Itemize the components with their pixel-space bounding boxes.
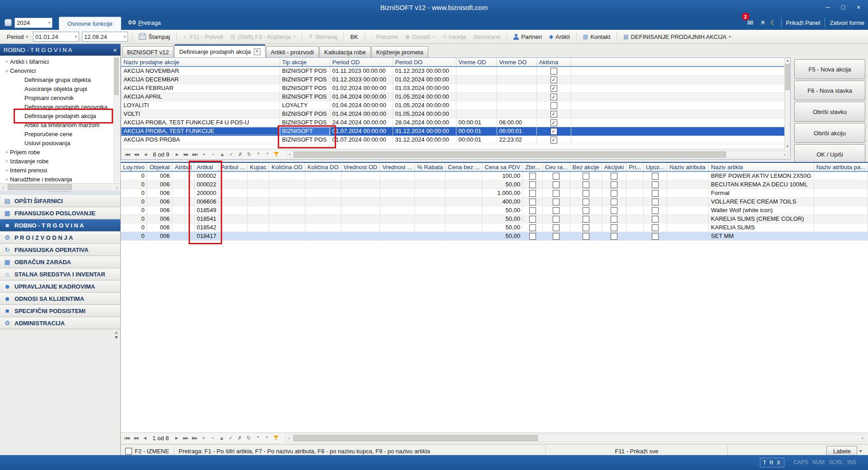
cell-artikal[interactable]: 018541 [194,214,218,223]
cell-vrednost_od[interactable] [341,206,380,214]
cell-akcijski[interactable] [602,171,626,180]
cell-kolicina_do[interactable] [305,214,341,223]
checkbox-ceo[interactable] [553,190,560,197]
toolbar-button-f11-potvrdi[interactable]: ✓F11 - Potvrdi [181,33,226,41]
toolbar-button-period[interactable]: Period▾ [5,33,30,41]
grid-horizontal-scrollbar[interactable]: ‹› [285,434,866,442]
table-row[interactable]: 000600002250,00BECUTAN KREMA ZA DECU 100… [121,180,868,189]
checkbox-akcijski[interactable] [611,224,617,231]
cell-naziv[interactable]: AKCIJA PROBA, TEST FUNKCIJE F4 U POS-U [121,118,280,127]
cell-artikal[interactable]: 006606 [194,197,218,206]
cell-kolicina_do[interactable] [305,171,341,180]
checkbox-aktivna[interactable]: ✓ [550,76,557,83]
cell-aktivna[interactable] [536,101,571,109]
button-f5-nova-akcija[interactable]: F5 - Nova akcija [794,59,865,79]
cell-cena_bez[interactable] [446,232,482,240]
table-row[interactable]: AKCIJA PROBA, TEST FUNKCIJE F4 U POS-UBI… [121,118,790,127]
table-row[interactable]: 000601854250,00KARELIA SLIMS [121,223,868,232]
cell-naziv_artikla[interactable]: Format [708,189,814,197]
scrollbar-thumb[interactable] [293,435,537,441]
cell-naziv_atributa[interactable] [667,189,709,197]
tree-item-asociranje-objekta-grupi[interactable]: Asociranje objekta grupi [0,85,120,94]
cell-atribut[interactable] [172,180,194,189]
checkbox-aktivna[interactable] [550,102,557,109]
cell-upoz[interactable] [643,223,667,232]
checkbox-zbir[interactable] [529,190,536,197]
cell-ceo[interactable] [542,171,570,180]
column-header-cena-sa-pdv[interactable]: Cena sa PDV [482,163,523,171]
checkbox-aktivna[interactable] [550,68,557,75]
checkbox-zbir[interactable] [529,207,536,214]
column-header-akcijski[interactable]: Akcijski [602,163,626,171]
cell-kolicina_od[interactable] [269,223,305,232]
table-row[interactable]: AKCIJA PROBA, TEST FUNKCIJEBIZNISOFT01.0… [121,127,790,135]
cell-artikal[interactable]: 000002 [194,171,218,180]
table-row[interactable]: 0006006606400,00VOLLARE FACE CREAM 7OILS [121,197,868,206]
cell-zbir[interactable] [523,180,543,189]
button-ok-upi-i[interactable]: OK / Upiši [794,144,865,164]
cell-vrednost_od[interactable] [341,223,380,232]
cell-objekat[interactable]: 006 [147,189,172,197]
cell-kolicina_od[interactable] [269,197,305,206]
column-header-period-od[interactable]: Period OD [330,58,393,66]
cell-vreme_od[interactable] [456,109,497,118]
cell-do[interactable]: 01.02.2024 00:00:00 [393,75,456,84]
cell-objekat[interactable]: 006 [147,197,172,206]
cell-vreme_od[interactable] [456,75,497,84]
cell-bez_akcije[interactable] [570,197,602,206]
cell-od[interactable]: 01.04.2024 00:00:00 [330,92,393,101]
cell-cena_bez[interactable] [446,171,482,180]
module-administracija[interactable]: ⚙ADMINISTRACIJA [0,317,120,329]
tree-item-prijem-robe[interactable]: >Prijem robe [0,148,120,157]
cell-loy[interactable]: 0 [121,197,147,206]
tree-item-propisani-cenovnik[interactable]: Propisani cenovnik [0,94,120,103]
checkbox-upoz[interactable] [652,190,659,197]
column-header-ceo-ra[interactable]: Ceo ra... [542,163,570,171]
checkbox-aktivna[interactable]: ✓ [550,119,557,126]
cell-do[interactable]: 31.12.2024 00:00:00 [393,135,456,144]
tree-collapsed-icon[interactable]: > [4,166,10,175]
cell-ceo[interactable] [542,206,570,214]
nav-bookmark-icon[interactable]: * [254,151,262,158]
cell-naziv[interactable]: AKCIJA APRIL [121,92,280,101]
column-header-vreme-od[interactable]: Vreme OD [456,58,497,66]
cell-vrednost_od[interactable] [341,232,380,240]
table-row[interactable]: AKCIJA DECEMBARBIZNISOFT POS01.12.2023 0… [121,75,790,84]
cell-ceo[interactable] [542,232,570,240]
cell-kolicina_do[interactable] [305,189,341,197]
scroll-up-icon[interactable]: ▲ [785,58,790,63]
cell-naziv_atributa[interactable] [667,232,709,240]
cell-naziv_atributa[interactable] [667,223,709,232]
checkbox-bez_akcije[interactable] [583,199,589,205]
cell-zbir[interactable] [523,189,543,197]
cell-do[interactable]: 01.12.2023 00:00:00 [393,66,456,75]
nav-cancel-icon[interactable]: ✗ [236,434,244,442]
checkbox-upoz[interactable] [652,216,659,223]
cell-naziv_atributa[interactable] [667,206,709,214]
cell-kolicina_do[interactable] [305,232,341,240]
cell-naziv_atributa[interactable] [667,171,709,180]
nav-refresh-icon[interactable]: ↻ [245,434,253,442]
grid-horizontal-scrollbar[interactable]: ‹› [286,151,788,158]
tree-item-uslovi-poslovanja[interactable]: Uslovi poslovanja [0,139,120,148]
cell-kolicina_od[interactable] [269,171,305,180]
cell-loy[interactable]: 0 [121,223,147,232]
nav-next-page-icon[interactable]: ▶▶ [182,151,190,158]
cell-naziv[interactable]: AKCIJA PROBA, TEST FUNKCIJE [121,127,280,135]
cell-atribut2[interactable] [219,206,247,214]
cell-pri[interactable] [626,223,644,232]
cell-akcijski[interactable] [602,232,626,240]
cell-upoz[interactable] [643,214,667,223]
tree-collapsed-icon[interactable]: > [4,57,10,66]
cell-tip[interactable]: BIZNISOFT POS [280,75,330,84]
checkbox-bez_akcije[interactable] [583,216,589,223]
cell-objekat[interactable]: 006 [147,206,172,214]
cell-kolicina_do[interactable] [305,197,341,206]
cell-loy[interactable]: 0 [121,232,147,240]
pretraga-button[interactable]: Pretraga [128,19,161,26]
cell-pri[interactable] [626,197,644,206]
module-finansijsko-poslovanje[interactable]: ▦FINANSIJSKO POSLOVANJE [0,207,120,219]
cell-aktivna[interactable]: ✓ [536,75,571,84]
scroll-right-icon[interactable]: › [114,185,120,190]
cell-vreme_do[interactable] [497,109,536,118]
